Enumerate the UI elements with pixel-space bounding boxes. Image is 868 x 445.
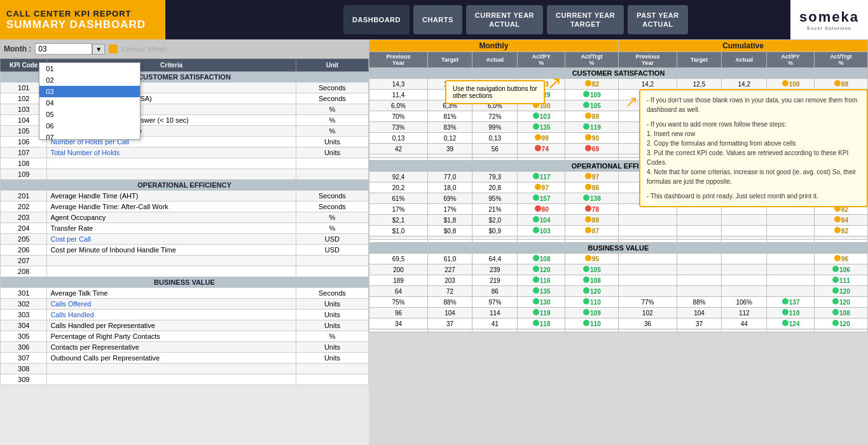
top-bar: CALL CENTER KPI REPORT SUMMARY DASHBOARD… <box>0 0 868 39</box>
actpy-val: 103 <box>540 113 551 120</box>
acttrgt-val: 120 <box>590 288 601 295</box>
prev-year-cell: 20,2 <box>369 182 428 193</box>
status-dot <box>832 266 839 272</box>
cacttrgt-cell: 111 <box>814 275 867 286</box>
acttrgt-cell: 105 <box>565 100 618 111</box>
current-year-target-button[interactable]: CURRENT YEAR TARGET <box>547 5 624 34</box>
actual-cell: 72% <box>472 111 518 122</box>
cprev-year-cell <box>618 226 677 236</box>
cacttrgt-val: 92 <box>841 228 848 235</box>
ctarget-cell: 88% <box>677 297 721 308</box>
month-option-03[interactable]: 03 <box>39 86 140 97</box>
acttrgt-cell: 90 <box>565 133 618 144</box>
table-row: 305 Percentage of Right Party Contacts % <box>1 331 369 342</box>
criteria-link[interactable]: Calls Handled <box>50 311 93 318</box>
kpi-criteria-cell <box>47 169 296 180</box>
actpy-cell: 119 <box>518 308 565 318</box>
acttrgt-val: 82 <box>592 81 599 88</box>
kpi-unit-cell: Seconds <box>296 93 368 104</box>
acttrgt-cell: 82 <box>565 79 618 90</box>
nav-buttons: DASHBOARD CHARTS CURRENT YEAR ACTUAL CUR… <box>165 0 790 39</box>
kpi-criteria-cell: Average Handle Time: After-Call Work <box>47 202 296 212</box>
cumulative-header: Cumulative <box>618 40 867 52</box>
table-row: 208 <box>1 266 369 277</box>
criteria-link[interactable]: Cost per Call <box>50 235 91 243</box>
month-option-02[interactable]: 02 <box>39 74 140 86</box>
kpi-unit-cell: USD <box>296 234 368 245</box>
month-option-07[interactable]: 07 <box>39 132 140 139</box>
dashboard-button[interactable]: DASHBOARD <box>343 5 410 34</box>
prev-year-cell: $2,1 <box>369 215 428 226</box>
col-cactpy: Act/PY% <box>767 52 814 68</box>
target-cell: 17% <box>427 204 472 215</box>
data-row: $1,0 $0,8 $0,9 103 87 92 <box>369 226 868 236</box>
month-label: Month : <box>4 44 31 53</box>
kpi-unit-cell: Units <box>296 299 368 310</box>
prev-year-cell: 69,5 <box>369 254 428 264</box>
current-year-actual-button[interactable]: CURRENT YEAR ACTUAL <box>466 5 543 34</box>
cacttrgt-val: 111 <box>839 277 850 284</box>
status-dot <box>585 184 591 190</box>
acttrgt-cell: 97 <box>565 172 618 182</box>
acttrgt-val: 95 <box>592 256 599 263</box>
month-option-01[interactable]: 01 <box>39 63 140 74</box>
cactpy-cell: 124 <box>767 318 814 329</box>
acttrgt-val: 109 <box>590 92 601 99</box>
prev-year-cell: 14,3 <box>369 79 428 90</box>
criteria-link[interactable]: Calls Offered <box>50 300 91 308</box>
charts-button[interactable]: CHARTS <box>413 5 462 34</box>
kpi-unit-cell: Units <box>296 147 368 158</box>
kpi-code-cell: 207 <box>1 256 47 266</box>
acttrgt-val: 86 <box>592 184 599 191</box>
acttrgt-val: 105 <box>590 102 601 109</box>
acttrgt-val: 90 <box>592 135 599 142</box>
criteria-link[interactable]: Total Number of Holds <box>50 149 120 156</box>
month-option-06[interactable]: 06 <box>39 120 140 132</box>
col-actpy: Act/PY% <box>518 52 565 68</box>
kpi-criteria-cell: Calls Handled <box>47 310 296 320</box>
status-dot <box>834 255 841 261</box>
actpy-cell: 99 <box>518 133 565 144</box>
actual-cell: 114 <box>472 308 518 318</box>
month-input[interactable] <box>35 43 92 55</box>
month-option-05[interactable]: 05 <box>39 109 140 120</box>
actpy-cell: 130 <box>518 297 565 308</box>
acttrgt-cell: 78 <box>565 204 618 215</box>
kpi-code-cell: 301 <box>1 288 47 299</box>
kpi-code-cell: 308 <box>1 364 47 374</box>
status-dot <box>533 216 539 222</box>
actpy-val: 97 <box>542 184 549 191</box>
target-cell <box>427 329 472 332</box>
cactpy-cell <box>767 275 814 286</box>
cacttrgt-cell <box>814 329 867 332</box>
month-dropdown[interactable]: 01 02 03 04 05 06 07 08 <box>39 62 141 140</box>
kpi-code-cell: 307 <box>1 353 47 364</box>
prev-year-cell: 189 <box>369 275 428 286</box>
cacttrgt-cell: 120 <box>814 297 867 308</box>
cacttrgt-cell: 92 <box>814 226 867 236</box>
actpy-val: 157 <box>540 195 551 202</box>
kpi-criteria-cell <box>47 256 296 266</box>
col-target: Target <box>427 52 472 68</box>
prev-year-cell: 17% <box>369 204 428 215</box>
cprev-year-cell <box>618 275 677 286</box>
actpy-val: 108 <box>540 256 551 263</box>
actpy-val: 119 <box>540 310 551 317</box>
prev-year-cell: 70% <box>369 111 428 122</box>
status-dot <box>533 287 539 294</box>
sub-title: SUMMARY DASHBOARD <box>6 18 159 31</box>
actpy-cell: 157 <box>518 193 565 204</box>
acttrgt-cell: 95 <box>565 254 618 264</box>
actpy-cell: 103 <box>518 226 565 236</box>
actpy-val: 118 <box>540 320 551 327</box>
data-row: 189 203 219 116 108 111 <box>369 275 868 286</box>
kpi-unit-cell: % <box>296 212 368 223</box>
status-dot <box>535 184 541 190</box>
acttrgt-cell: 69 <box>565 144 618 154</box>
month-option-04[interactable]: 04 <box>39 97 140 109</box>
past-year-actual-button[interactable]: PAST YEAR ACTUAL <box>628 5 687 34</box>
callout-box: ↗ - If you don't use those blank rows in… <box>639 89 868 207</box>
acttrgt-cell: 109 <box>565 90 618 100</box>
month-dropdown-btn[interactable]: ▼ <box>92 44 105 55</box>
acttrgt-val: 108 <box>590 277 601 284</box>
